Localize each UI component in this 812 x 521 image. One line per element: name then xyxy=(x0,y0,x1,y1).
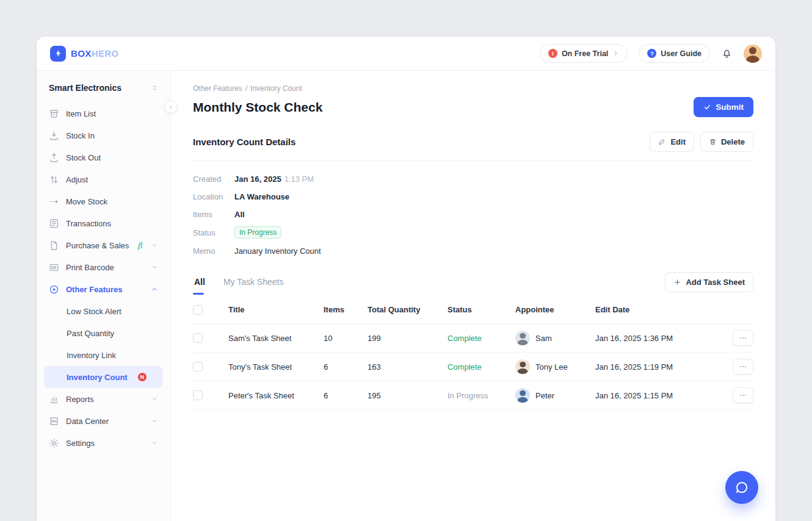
plus-circle-icon xyxy=(49,284,59,295)
column-header-edit-date: Edit Date xyxy=(595,305,729,314)
boxhero-logo[interactable]: BOXHERO xyxy=(50,46,119,62)
appointee-avatar xyxy=(515,388,530,403)
breadcrumb-current: Inventory Count xyxy=(250,84,302,93)
edit-button[interactable]: Edit xyxy=(650,132,694,152)
arrow-right-dashed-icon xyxy=(49,196,59,207)
sidebar-item-inventory-count[interactable]: Inventory Count N xyxy=(44,366,163,388)
sidebar-item-reports[interactable]: Reports xyxy=(44,388,163,410)
sidebar-collapse-button[interactable] xyxy=(164,100,178,113)
trash-icon xyxy=(709,138,717,146)
breadcrumb-parent[interactable]: Other Features xyxy=(193,84,242,93)
table-row[interactable]: Sam's Task Sheet 10 199 Complete Sam Jan… xyxy=(193,324,753,353)
detail-row-location: Location LA Warehouse xyxy=(193,191,753,202)
add-task-sheet-button[interactable]: Add Task Sheet xyxy=(665,272,753,292)
task-total-quantity: 163 xyxy=(368,362,448,372)
row-checkbox[interactable] xyxy=(193,333,203,343)
user-avatar[interactable] xyxy=(744,45,762,63)
pencil-icon xyxy=(658,138,666,146)
tab-all[interactable]: All xyxy=(193,273,206,295)
arrow-up-tray-icon xyxy=(49,153,59,163)
detail-label: Location xyxy=(193,192,234,201)
row-checkbox[interactable] xyxy=(193,362,203,372)
details-actions: Edit Delete xyxy=(650,132,753,152)
appointee: Sam xyxy=(515,331,595,345)
question-icon: ? xyxy=(647,49,656,58)
sidebar-item-item-list[interactable]: Item List xyxy=(44,102,163,124)
detail-row-items: Items All xyxy=(193,209,753,220)
details-section-title: Inventory Count Details xyxy=(193,137,295,147)
chevron-down-icon xyxy=(151,395,158,403)
sidebar-item-label: Adjust xyxy=(66,175,88,184)
task-status: Complete xyxy=(448,334,515,343)
task-edit-date: Jan 16, 2025 1:19 PM xyxy=(595,362,729,372)
more-actions-button[interactable] xyxy=(733,330,753,346)
column-header-status: Status xyxy=(448,305,515,314)
workspace-switcher[interactable]: Smart Electronics xyxy=(44,79,163,102)
chevron-down-icon xyxy=(151,264,158,271)
free-trial-label: On Free Trial xyxy=(562,49,608,58)
chevron-down-icon xyxy=(151,439,158,447)
top-bar: BOXHERO ! On Free Trial ? User Guide xyxy=(37,37,775,71)
sidebar-item-settings[interactable]: Settings xyxy=(44,432,163,454)
chevron-down-icon xyxy=(151,417,158,425)
chat-support-button[interactable] xyxy=(725,471,758,504)
sidebar-item-low-stock-alert[interactable]: Low Stock Alert xyxy=(44,300,163,322)
sidebar-item-label: Item List xyxy=(66,109,96,118)
table-header: Title Items Total Quantity Status Appoin… xyxy=(193,296,753,324)
table-row[interactable]: Peter's Task Sheet 6 195 In Progress Pet… xyxy=(193,381,753,410)
user-guide-label: User Guide xyxy=(661,49,701,58)
logo-bold: BOX xyxy=(71,48,92,59)
sidebar-item-label: Move Stock xyxy=(66,197,107,206)
sidebar-item-move-stock[interactable]: Move Stock xyxy=(44,190,163,212)
delete-button[interactable]: Delete xyxy=(700,132,753,152)
details-list: Created Jan 16, 2025 1:13 PM Location LA… xyxy=(193,173,753,256)
task-total-quantity: 199 xyxy=(368,334,448,343)
sidebar-item-inventory-link[interactable]: Inventory Link xyxy=(44,344,163,366)
appointee-avatar xyxy=(515,359,530,374)
user-guide-button[interactable]: ? User Guide xyxy=(639,44,710,63)
more-actions-button[interactable] xyxy=(733,359,753,375)
sidebar-item-label: Reports xyxy=(66,395,94,404)
free-trial-button[interactable]: ! On Free Trial xyxy=(540,44,628,63)
appointee-avatar xyxy=(515,331,530,345)
more-actions-button[interactable] xyxy=(733,387,753,403)
sidebar-item-adjust[interactable]: Adjust xyxy=(44,168,163,190)
sidebar-item-print-barcode[interactable]: Print Barcode xyxy=(44,256,163,278)
logo-text: BOXHERO xyxy=(71,48,119,59)
detail-value: Jan 16, 2025 xyxy=(234,174,281,184)
chevron-down-icon xyxy=(151,242,158,249)
arrows-up-down-icon xyxy=(49,174,59,185)
task-sheet-table: Title Items Total Quantity Status Appoin… xyxy=(193,296,753,410)
sidebar-item-transactions[interactable]: Transactions xyxy=(44,212,163,234)
breadcrumb-separator: / xyxy=(245,84,247,93)
sidebar-item-stock-in[interactable]: Stock In xyxy=(44,124,163,146)
sidebar-item-label: Transactions xyxy=(66,219,111,228)
barcode-icon xyxy=(49,262,59,273)
detail-label: Created xyxy=(193,174,234,184)
notification-bell-icon[interactable] xyxy=(721,48,733,59)
appointee-name: Peter xyxy=(535,391,554,400)
sidebar-item-data-center[interactable]: Data Center xyxy=(44,410,163,432)
sidebar-item-past-quantity[interactable]: Past Quantity xyxy=(44,322,163,344)
detail-label: Status xyxy=(193,228,234,237)
sidebar-item-label: Low Stock Alert xyxy=(67,307,121,316)
task-title: Sam's Task Sheet xyxy=(228,334,324,343)
app-window: BOXHERO ! On Free Trial ? User Guide xyxy=(37,37,775,521)
submit-button[interactable]: Submit xyxy=(694,97,753,117)
sidebar-item-stock-out[interactable]: Stock Out xyxy=(44,146,163,168)
row-checkbox[interactable] xyxy=(193,390,203,400)
table-row[interactable]: Tony's Task Sheet 6 163 Complete Tony Le… xyxy=(193,353,753,381)
box-icon xyxy=(49,109,59,119)
sidebar-item-purchase-sales[interactable]: Purchase & Sales β xyxy=(44,234,163,256)
sidebar-item-label: Other Features xyxy=(66,285,122,294)
sidebar-item-other-features[interactable]: Other Features xyxy=(44,278,163,300)
sidebar-item-label: Inventory Link xyxy=(67,351,116,360)
task-status: In Progress xyxy=(448,391,515,400)
title-row: Monthly Stock Check Submit xyxy=(193,97,753,117)
column-header-appointee: Appointee xyxy=(515,305,595,314)
tab-my-task-sheets[interactable]: My Task Sheets xyxy=(222,273,285,295)
select-all-checkbox[interactable] xyxy=(193,305,203,315)
beta-badge: β xyxy=(137,241,142,250)
sidebar-item-label: Inventory Count xyxy=(67,373,128,382)
appointee: Peter xyxy=(515,388,595,403)
